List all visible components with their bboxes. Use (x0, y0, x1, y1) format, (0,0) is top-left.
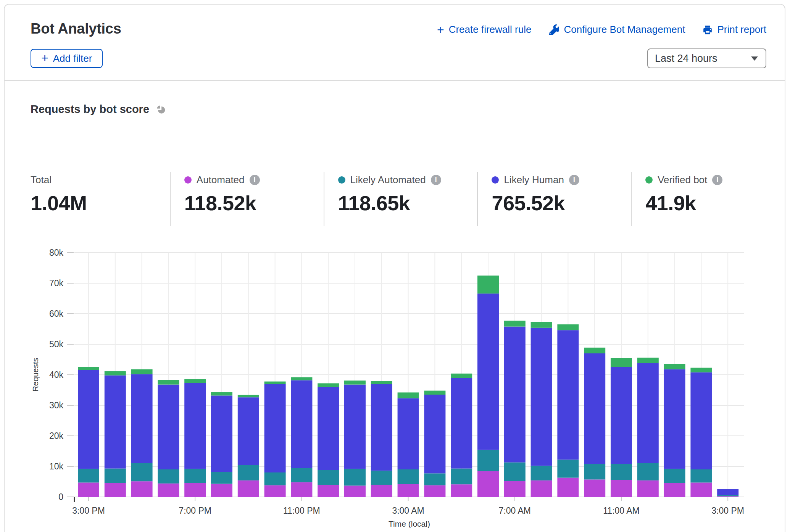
bar-segment-likely-automated[interactable] (131, 463, 153, 481)
bar-segment-likely-automated[interactable] (78, 469, 99, 482)
bar-segment-likely-human[interactable] (611, 367, 632, 464)
bar-segment-verified-bot[interactable] (504, 321, 526, 326)
bar-segment-likely-human[interactable] (398, 398, 419, 469)
bar-segment-verified-bot[interactable] (158, 380, 179, 385)
bar-segment-automated[interactable] (158, 484, 179, 497)
bar-segment-automated[interactable] (504, 481, 526, 497)
bar-segment-likely-human[interactable] (238, 397, 259, 465)
bar-segment-likely-automated[interactable] (611, 464, 632, 480)
bar-segment-automated[interactable] (131, 481, 153, 497)
create-firewall-rule-link[interactable]: + Create firewall rule (437, 24, 531, 35)
bar-segment-likely-automated[interactable] (184, 469, 206, 483)
print-report-link[interactable]: Print report (703, 24, 766, 35)
bar-segment-likely-human[interactable] (477, 293, 499, 450)
bar-segment-verified-bot[interactable] (318, 383, 339, 387)
bar-segment-verified-bot[interactable] (131, 369, 153, 374)
bar-segment-likely-human[interactable] (291, 380, 312, 468)
bar-segment-likely-human[interactable] (690, 372, 712, 469)
bar-segment-automated[interactable] (664, 483, 685, 497)
bar-segment-likely-automated[interactable] (238, 465, 259, 480)
bar-segment-verified-bot[interactable] (584, 348, 605, 353)
bar-segment-verified-bot[interactable] (238, 395, 259, 397)
bar-segment-likely-automated[interactable] (291, 468, 312, 482)
bar-segment-verified-bot[interactable] (344, 380, 366, 384)
bar-segment-automated[interactable] (291, 482, 312, 497)
bar-segment-likely-human[interactable] (557, 330, 579, 459)
bar-segment-likely-human[interactable] (584, 353, 605, 464)
bar-segment-likely-automated[interactable] (637, 463, 659, 480)
bar-segment-automated[interactable] (398, 484, 419, 497)
bar-segment-likely-human[interactable] (131, 374, 153, 463)
bar-segment-likely-human[interactable] (158, 385, 179, 469)
bar-segment-likely-human[interactable] (424, 395, 445, 473)
bar-segment-likely-human[interactable] (78, 370, 99, 469)
bar-segment-automated[interactable] (318, 485, 339, 497)
bar-segment-automated[interactable] (477, 471, 499, 497)
bar-segment-likely-human[interactable] (371, 384, 392, 471)
bar-segment-likely-automated[interactable] (477, 450, 499, 471)
info-icon[interactable]: i (569, 175, 579, 185)
bar-segment-likely-automated[interactable] (318, 470, 339, 485)
bar-segment-verified-bot[interactable] (477, 276, 499, 293)
bar-segment-likely-human[interactable] (637, 363, 659, 463)
bar-segment-likely-automated[interactable] (557, 459, 579, 477)
bar-segment-automated[interactable] (557, 478, 579, 497)
bar-segment-likely-human[interactable] (504, 327, 526, 463)
bar-segment-likely-automated[interactable] (105, 469, 126, 483)
bar-segment-verified-bot[interactable] (184, 379, 206, 383)
bar-segment-verified-bot[interactable] (690, 368, 712, 372)
bar-segment-likely-human[interactable] (318, 387, 339, 470)
bar-segment-likely-human[interactable] (105, 376, 126, 469)
bar-segment-automated[interactable] (690, 482, 712, 497)
bar-segment-verified-bot[interactable] (264, 382, 286, 384)
bar-segment-automated[interactable] (344, 485, 366, 497)
bar-segment-verified-bot[interactable] (291, 377, 312, 380)
info-icon[interactable]: i (712, 175, 722, 185)
info-icon[interactable]: i (250, 175, 260, 185)
bar-segment-verified-bot[interactable] (78, 367, 99, 370)
bar-segment-likely-human[interactable] (344, 385, 366, 469)
bar-segment-likely-automated[interactable] (158, 469, 179, 484)
bar-segment-likely-human[interactable] (717, 489, 738, 495)
bar-segment-likely-human[interactable] (264, 384, 286, 472)
bar-segment-likely-automated[interactable] (504, 463, 526, 481)
bar-segment-verified-bot[interactable] (105, 371, 126, 375)
bar-segment-likely-automated[interactable] (690, 469, 712, 482)
bar-segment-automated[interactable] (611, 480, 632, 497)
bar-segment-likely-automated[interactable] (398, 469, 419, 484)
bar-segment-likely-automated[interactable] (717, 495, 738, 496)
bar-segment-automated[interactable] (451, 484, 472, 497)
bar-segment-verified-bot[interactable] (371, 381, 392, 384)
bar-segment-likely-automated[interactable] (451, 469, 472, 485)
bar-segment-verified-bot[interactable] (637, 358, 659, 363)
bar-segment-automated[interactable] (424, 485, 445, 497)
configure-bot-management-link[interactable]: Configure Bot Management (549, 24, 685, 35)
bar-segment-likely-human[interactable] (184, 383, 206, 469)
bar-segment-likely-human[interactable] (531, 328, 552, 466)
bar-segment-likely-human[interactable] (664, 369, 685, 469)
bar-segment-likely-automated[interactable] (371, 471, 392, 485)
bar-segment-likely-human[interactable] (211, 395, 232, 472)
bar-segment-verified-bot[interactable] (717, 489, 738, 489)
bar-segment-automated[interactable] (211, 484, 232, 497)
bar-segment-verified-bot[interactable] (398, 392, 419, 398)
bar-segment-automated[interactable] (717, 496, 738, 497)
time-range-select[interactable]: Last 24 hours (647, 48, 766, 68)
bar-segment-automated[interactable] (264, 485, 286, 497)
info-icon[interactable]: i (431, 175, 441, 185)
bar-segment-verified-bot[interactable] (451, 374, 472, 378)
bar-segment-automated[interactable] (105, 483, 126, 497)
bar-segment-verified-bot[interactable] (424, 391, 445, 395)
bar-segment-automated[interactable] (371, 485, 392, 497)
bar-segment-automated[interactable] (531, 480, 552, 497)
add-filter-button[interactable]: + Add filter (31, 49, 103, 68)
bar-segment-likely-automated[interactable] (211, 472, 232, 484)
bar-segment-automated[interactable] (78, 482, 99, 497)
bar-segment-likely-human[interactable] (451, 378, 472, 469)
bar-segment-verified-bot[interactable] (531, 322, 552, 328)
bar-segment-verified-bot[interactable] (211, 392, 232, 396)
bar-segment-likely-automated[interactable] (584, 464, 605, 480)
bar-segment-likely-automated[interactable] (264, 472, 286, 485)
bar-segment-likely-automated[interactable] (664, 469, 685, 483)
bar-segment-likely-automated[interactable] (531, 466, 552, 480)
